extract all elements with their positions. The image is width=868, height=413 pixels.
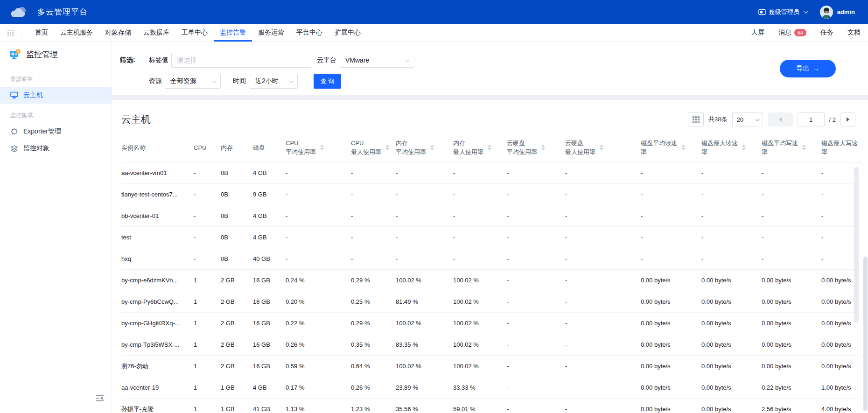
metric-cell: - xyxy=(641,227,701,248)
metric-cell: 0.00 byte/s xyxy=(641,356,701,377)
nav-right-link[interactable]: 任务 xyxy=(820,28,833,37)
metric-cell: - xyxy=(194,248,221,270)
sort-icon[interactable] xyxy=(488,145,491,150)
nav-tab[interactable]: 首页 xyxy=(29,24,54,42)
next-page-button[interactable] xyxy=(840,112,855,126)
sort-icon[interactable] xyxy=(742,145,746,150)
metric-cell: 1 xyxy=(194,377,221,399)
nav-tab[interactable]: 工单中心 xyxy=(175,24,214,42)
column-header[interactable]: 磁盘平均读速率 xyxy=(641,135,701,162)
sort-icon[interactable] xyxy=(681,145,685,150)
metric-cell: - xyxy=(507,184,565,205)
metric-cell: 0.00 byte/s xyxy=(641,291,701,313)
metric-cell: 2 GB xyxy=(221,313,253,334)
platform-label: 云平台 xyxy=(317,56,336,64)
metric-cell: 0.26 % xyxy=(351,377,396,399)
chevron-down-icon xyxy=(289,78,294,83)
metric-cell: - xyxy=(701,162,762,184)
column-header[interactable]: 云硬盘平均使用率 xyxy=(507,135,565,162)
grid-view-icon xyxy=(693,116,700,123)
metric-cell: - xyxy=(565,162,641,184)
sort-icon[interactable] xyxy=(541,145,545,150)
metric-cell: 1 xyxy=(194,291,221,313)
role-switcher[interactable]: 超级管理员 xyxy=(758,8,807,16)
metric-cell: - xyxy=(641,205,701,227)
nav-tab[interactable]: 监控告警 xyxy=(214,24,252,42)
metric-cell: 0.00 byte/s xyxy=(641,270,701,291)
filter-card: 筛选: 标签值 云平台 VMware 资源 全部资源 时间 近2小时 xyxy=(112,42,868,95)
metric-cell: - xyxy=(565,356,641,377)
metric-cell: - xyxy=(701,227,762,248)
nav-right-link[interactable]: 大屏 xyxy=(751,28,764,37)
metric-cell: - xyxy=(453,162,507,184)
column-header[interactable]: 磁盘最大读速率 xyxy=(701,135,762,162)
page-size-select[interactable]: 20 xyxy=(732,112,763,126)
sort-icon[interactable] xyxy=(320,145,324,150)
prev-page-button[interactable] xyxy=(768,112,793,126)
query-button[interactable]: 查 询 xyxy=(314,74,341,89)
platform-select[interactable]: VMware xyxy=(340,53,414,68)
exporter-seal-icon xyxy=(10,128,18,136)
column-header[interactable]: 磁盘平均写速率 xyxy=(762,135,821,162)
sidebar-item[interactable]: 云主机 xyxy=(0,87,112,104)
metric-cell: 59.01 % xyxy=(453,399,507,413)
column-header[interactable]: CPU最大使用率 xyxy=(351,135,396,162)
page-scrollbar[interactable] xyxy=(863,42,868,413)
resource-select[interactable]: 全部资源 xyxy=(165,74,221,89)
nav-tab[interactable]: 对象存储 xyxy=(99,24,137,42)
nav-tab[interactable]: 云数据库 xyxy=(137,24,175,42)
metric-cell: 0.29 % xyxy=(351,313,396,334)
metric-cell: - xyxy=(507,377,565,399)
nav-tab[interactable]: 云主机服务 xyxy=(54,24,99,42)
sort-icon[interactable] xyxy=(430,145,434,150)
export-button[interactable]: 导出 → xyxy=(780,60,836,77)
column-header: 磁盘 xyxy=(253,135,286,162)
metric-cell: - xyxy=(507,356,565,377)
metric-cell: 0.24 % xyxy=(286,270,351,291)
monitor-management-icon xyxy=(9,49,21,60)
nav-tab[interactable]: 扩展中心 xyxy=(329,24,367,42)
metric-cell: 100.02 % xyxy=(453,334,507,356)
column-header[interactable]: 磁盘最大写速率 xyxy=(821,135,861,162)
sort-icon[interactable] xyxy=(600,145,603,150)
metric-cell: 100.02 % xyxy=(396,270,453,291)
main-panel: 筛选: 标签值 云平台 VMware 资源 全部资源 时间 近2小时 xyxy=(112,42,868,413)
instance-name-cell: hxq xyxy=(121,248,194,270)
column-header[interactable]: 内存平均使用率 xyxy=(396,135,453,162)
sort-icon[interactable] xyxy=(385,145,389,150)
grid-view-button[interactable] xyxy=(688,112,704,126)
metric-cell: - xyxy=(565,334,641,356)
metric-cell: 4 GB xyxy=(253,205,286,227)
table-row: by-cmp-Tp3i5WSX-...12 GB16 GB0.26 %0.35 … xyxy=(121,334,861,356)
metric-cell: 0.00 byte/s xyxy=(701,291,762,313)
metric-cell: - xyxy=(453,184,507,205)
page-total: / 2 xyxy=(829,116,836,123)
metric-cell: - xyxy=(507,270,565,291)
metric-cell: 0.00 byte/s xyxy=(641,334,701,356)
nav-tab[interactable]: 服务运营 xyxy=(252,24,290,42)
tag-value-input[interactable] xyxy=(171,53,311,68)
time-select[interactable]: 近2小时 xyxy=(250,74,298,89)
apps-grid-icon[interactable] xyxy=(7,30,14,36)
metric-cell: 100.02 % xyxy=(396,313,453,334)
column-header[interactable]: 内存最大使用率 xyxy=(453,135,507,162)
nav-right-link[interactable]: 文档 xyxy=(847,28,861,37)
table-row: 测76-勿动12 GB16 GB0.59 %0.64 %100.02 %100.… xyxy=(121,356,861,377)
sort-icon[interactable] xyxy=(802,145,806,150)
pagination: 共38条 20 / 2 xyxy=(688,112,855,126)
table-scrollbar[interactable] xyxy=(854,167,859,323)
nav-right-link[interactable]: 消息84 xyxy=(778,28,806,37)
collapse-sidebar-icon[interactable] xyxy=(96,395,104,404)
avatar[interactable] xyxy=(820,6,833,19)
chevron-left-icon xyxy=(779,117,782,122)
metric-cell: 0.00 byte/s xyxy=(701,377,762,399)
sidebar-item[interactable]: Exporter管理 xyxy=(0,123,112,140)
nav-tab[interactable]: 平台中心 xyxy=(290,24,329,42)
message-badge: 84 xyxy=(794,29,806,36)
sidebar-item[interactable]: 监控对象 xyxy=(0,140,112,157)
column-header[interactable]: CPU平均使用率 xyxy=(286,135,351,162)
export-divider xyxy=(771,55,771,82)
metric-cell: - xyxy=(286,205,351,227)
column-header[interactable]: 云硬盘最大使用率 xyxy=(565,135,641,162)
page-number-input[interactable] xyxy=(798,112,825,126)
